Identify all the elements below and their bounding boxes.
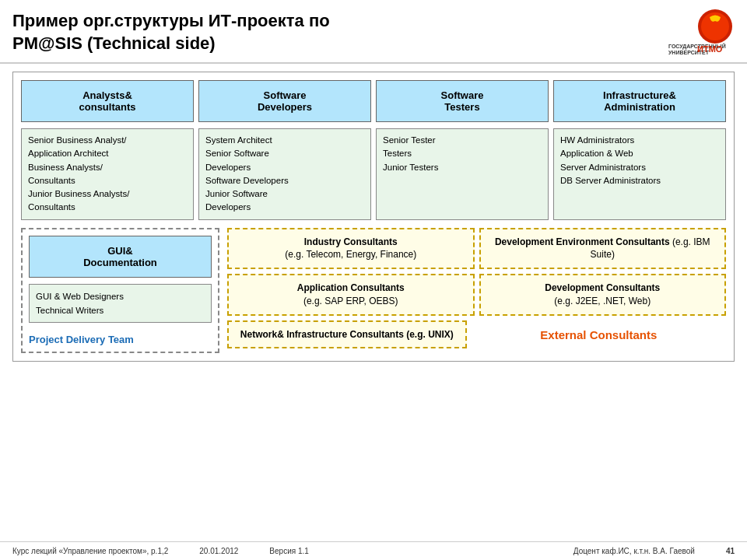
detail-gui: GUI & Web Designers Technical Writers — [29, 284, 212, 324]
bottom-consult-row: Network& Infrastructure Consultants (e.g… — [227, 320, 726, 349]
consultants-grid: Industry Consultants (e.g. Telecom, Ener… — [227, 228, 726, 316]
industry-normal: (e.g. Telecom, Energy, Finance) — [285, 249, 416, 260]
app-bold: Application Consultants — [297, 282, 405, 293]
dev-env-bold: Development Environment Consultants — [495, 236, 670, 247]
industry-bold: Industry Consultants — [304, 236, 398, 247]
project-delivery-panel: GUI&Documentation GUI & Web Designers Te… — [21, 228, 219, 354]
page-title: Пример орг.структуры ИТ-проекта по PM@SI… — [12, 10, 330, 54]
dev-consult-normal: (e.g. J2EE, .NET, Web) — [554, 296, 651, 306]
app-normal: (e.g. SAP ERP, OEBS) — [303, 296, 398, 306]
network-normal: (e.g. UNIX) — [406, 329, 454, 340]
footer-author: Доцент каф.ИС, к.т.н. В.А. Гаевой — [573, 547, 695, 555]
svg-text:ИТМО: ИТМО — [697, 44, 723, 54]
cat-gui: GUI&Documentation — [29, 236, 212, 278]
title-line2: PM@SIS (Technical side) — [12, 33, 216, 53]
cat-sw-test: SoftwareTesters — [376, 80, 549, 122]
header: Пример орг.структуры ИТ-проекта по PM@SI… — [0, 0, 747, 64]
detail-analysts: Senior Business Analyst/ Application Arc… — [21, 128, 194, 220]
industry-consultants-box: Industry Consultants (e.g. Telecom, Ener… — [227, 228, 475, 270]
consultants-panel: Industry Consultants (e.g. Telecom, Ener… — [227, 228, 726, 354]
dev-env-consultants-box: Development Environment Consultants (e.g… — [479, 228, 727, 270]
app-consultants-box: Application Consultants (e.g. SAP ERP, O… — [227, 274, 475, 316]
cat-sw-dev: SoftwareDevelopers — [198, 80, 371, 122]
title-line1: Пример орг.структуры ИТ-проекта по — [12, 11, 330, 30]
bottom-section: GUI&Documentation GUI & Web Designers Te… — [21, 228, 726, 354]
footer: Курс лекций «Управление проектом», р.1,2… — [0, 541, 747, 560]
main-content: Analysts&consultants SoftwareDevelopers … — [0, 64, 747, 369]
dev-consultants-box: Development Consultants (e.g. J2EE, .NET… — [479, 274, 727, 316]
left-panel-inner: GUI&Documentation GUI & Web Designers Te… — [29, 236, 212, 346]
detail-row: Senior Business Analyst/ Application Arc… — [21, 128, 726, 220]
external-consultants-label: External Consultants — [472, 328, 726, 341]
pdt-label: Project Delivery Team — [29, 334, 212, 345]
detail-sw-test: Senior Tester Testers Junior Testers — [376, 128, 549, 220]
cat-analysts: Analysts&consultants — [21, 80, 194, 122]
detail-sw-dev: System Architect Senior Software Develop… — [198, 128, 371, 220]
footer-right: Доцент каф.ИС, к.т.н. В.А. Гаевой 41 — [573, 547, 735, 555]
org-diagram: Analysts&consultants SoftwareDevelopers … — [12, 72, 735, 362]
dev-consult-bold: Development Consultants — [545, 282, 660, 293]
detail-infra: HW Administrators Application & Web Serv… — [553, 128, 726, 220]
itmo-logo: ГОСУДАРСТВЕННЫЙ УНИВЕРСИТЕТ ИТМО — [665, 9, 735, 56]
footer-page: 41 — [726, 547, 735, 555]
network-bold: Network& Infrastructure Consultants — [240, 329, 404, 340]
footer-course: Курс лекций «Управление проектом», р.1,2 — [12, 547, 168, 555]
network-consultants-box: Network& Infrastructure Consultants (e.g… — [227, 320, 467, 349]
footer-date: 20.01.2012 — [199, 547, 238, 555]
category-row: Analysts&consultants SoftwareDevelopers … — [21, 80, 726, 122]
footer-version: Версия 1.1 — [269, 547, 308, 555]
cat-infra: Infrastructure&Administration — [553, 80, 726, 122]
